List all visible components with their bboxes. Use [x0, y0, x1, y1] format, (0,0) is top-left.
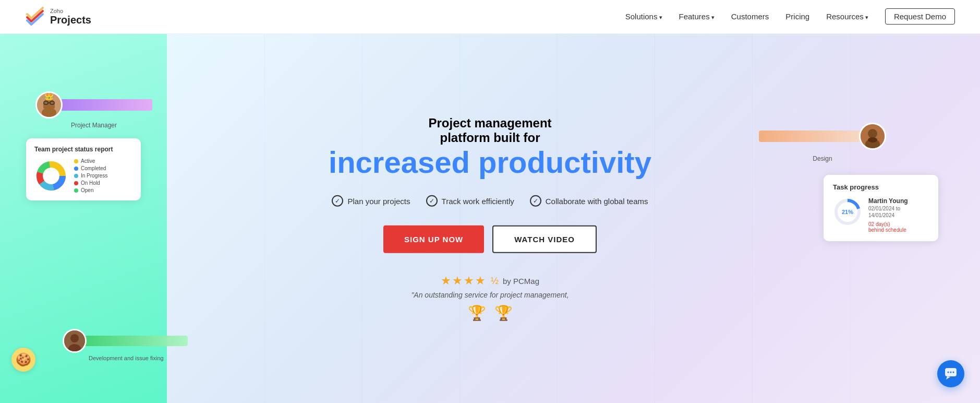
legend-onhold: On Hold — [74, 180, 107, 186]
nav-pricing-link[interactable]: Pricing — [785, 12, 809, 21]
dev-avatar-face — [64, 330, 85, 351]
design-avatar — [859, 123, 886, 150]
legend-inprogress: In Progress — [74, 173, 107, 179]
pm-label: Project Manager — [35, 122, 152, 129]
check-track-icon: ✓ — [426, 195, 438, 207]
design-label: Design — [813, 155, 832, 162]
hero-title-line2: platform built for — [440, 130, 540, 144]
quote-text: "An outstanding service for project mana… — [411, 291, 568, 299]
nav-item-customers[interactable]: Customers — [731, 12, 769, 21]
navbar: Zoho Projects Solutions Features Custome… — [0, 0, 980, 34]
nav-item-demo[interactable]: Request Demo — [885, 12, 955, 21]
hero-left-panel: 👑 Project Manager — [0, 34, 167, 403]
behind-label-text: behind schedule — [868, 227, 906, 233]
open-label: Open — [81, 187, 93, 193]
feature-plan-label: Plan your projects — [347, 196, 410, 205]
hero-buttons: SIGN UP NOW WATCH VIDEO — [308, 226, 673, 253]
logo-zoho: Zoho — [50, 8, 91, 14]
project-manager-widget: 👑 Project Manager — [35, 91, 152, 129]
nav-item-resources[interactable]: Resources — [826, 12, 868, 21]
hero-rating: ★★★★ ½ by PCMag "An outstanding service … — [308, 274, 673, 322]
nav-links: Solutions Features Customers Pricing Res… — [625, 12, 955, 21]
grid-line-6 — [752, 34, 753, 403]
onhold-dot — [74, 181, 78, 185]
dev-bar — [83, 336, 188, 346]
hero-title-line1: Project management — [428, 115, 551, 129]
legend-active: Active — [74, 158, 107, 164]
design-avatar-row — [759, 123, 886, 150]
nav-features-link[interactable]: Features — [679, 12, 715, 21]
feature-plan: ✓ Plan your projects — [332, 195, 410, 207]
task-progress-title: Task progress — [833, 183, 929, 191]
design-bar — [759, 131, 863, 142]
svg-point-15 — [70, 334, 79, 342]
dev-widget: Development and issue fixing — [63, 329, 188, 361]
hero-subtitle: increased productivity — [308, 145, 673, 180]
svg-rect-4 — [43, 102, 55, 109]
chart-legend: Active Completed In Progress On Hold — [74, 158, 107, 193]
behind-days-text: 02 day(s) — [868, 221, 890, 227]
dev-avatar — [63, 329, 87, 353]
nav-item-pricing[interactable]: Pricing — [785, 12, 809, 21]
svg-point-26 — [953, 372, 954, 373]
nav-item-features[interactable]: Features — [679, 12, 715, 21]
star-rating: ★★★★ — [441, 274, 487, 288]
svg-point-13 — [44, 169, 58, 183]
feature-collab-label: Collaborate with global teams — [546, 196, 648, 205]
task-info: Martin Young 02/01/2024 to 14/01/2024 02… — [868, 197, 908, 233]
progress-percent: 21% — [842, 209, 853, 215]
status-report-content: Active Completed In Progress On Hold — [34, 158, 132, 193]
svg-point-25 — [950, 372, 952, 373]
completed-label: Completed — [81, 165, 106, 171]
status-report-title: Team project status report — [34, 146, 132, 153]
task-progress-content: 21% Martin Young 02/01/2024 to 14/01/202… — [833, 197, 929, 233]
right-laurel-icon: 🏆 — [494, 304, 513, 322]
logo[interactable]: Zoho Projects — [25, 7, 91, 27]
nav-demo-link[interactable]: Request Demo — [885, 8, 955, 25]
hero-center-content: Project management platform built for in… — [308, 115, 673, 322]
grid-line-1 — [264, 34, 265, 403]
open-dot — [74, 188, 78, 193]
svg-point-24 — [948, 372, 949, 373]
check-plan-icon: ✓ — [332, 195, 343, 207]
laurels: 🏆 🏆 — [468, 304, 513, 322]
cookie-icon: 🍪 — [11, 348, 35, 372]
dev-avatar-row — [63, 329, 188, 353]
design-avatar-face — [861, 124, 885, 148]
pcmag-label: by PCMag — [503, 276, 539, 285]
onhold-label: On Hold — [81, 180, 100, 186]
hero-title: Project management platform built for — [308, 115, 673, 145]
svg-point-20 — [868, 137, 877, 143]
pm-avatar: 👑 — [35, 91, 63, 118]
nav-resources-link[interactable]: Resources — [826, 12, 868, 21]
half-star: ½ — [491, 275, 499, 286]
logo-projects: Projects — [50, 14, 91, 26]
nav-customers-link[interactable]: Customers — [731, 12, 769, 21]
signup-button[interactable]: SIGN UP NOW — [383, 226, 484, 253]
cookie-emoji: 🍪 — [16, 352, 31, 367]
design-widget: Design — [759, 123, 886, 162]
active-dot — [74, 159, 78, 163]
feature-track-label: Track work efficiently — [442, 196, 514, 205]
feature-track: ✓ Track work efficiently — [426, 195, 514, 207]
legend-completed: Completed — [74, 165, 107, 171]
completed-dot — [74, 167, 78, 171]
feature-collab: ✓ Collaborate with global teams — [530, 195, 648, 207]
legend-open: Open — [74, 187, 107, 193]
task-date-end: 14/01/2024 — [868, 212, 908, 218]
left-laurel-icon: 🏆 — [468, 304, 486, 322]
progress-circle: 21% — [833, 197, 862, 227]
task-progress-card: Task progress 21% Martin Young 02/01/202… — [824, 175, 938, 241]
chat-button[interactable] — [937, 360, 964, 387]
inprogress-label: In Progress — [81, 173, 107, 179]
nav-item-solutions[interactable]: Solutions — [625, 12, 662, 21]
watch-video-button[interactable]: WATCH VIDEO — [492, 226, 597, 253]
logo-text: Zoho Projects — [50, 8, 91, 26]
donut-chart — [34, 159, 68, 193]
chat-icon — [944, 367, 958, 381]
hero-features: ✓ Plan your projects ✓ Track work effici… — [308, 195, 673, 207]
active-label: Active — [81, 158, 95, 164]
crown-icon: 👑 — [44, 91, 54, 101]
nav-solutions-link[interactable]: Solutions — [625, 12, 662, 21]
stars-row: ★★★★ ½ by PCMag — [441, 274, 539, 288]
